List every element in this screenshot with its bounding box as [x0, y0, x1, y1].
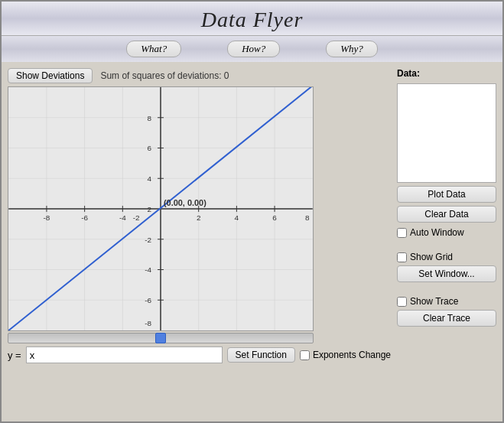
svg-text:-4: -4: [119, 213, 126, 222]
svg-text:6: 6: [272, 213, 277, 222]
app-title: Data Flyer: [2, 8, 502, 32]
graph-svg: -8 -6 -4 -2 2 4 6 8 8 6 4 2 -2 -4 -6 -8: [8, 87, 313, 330]
auto-window-checkbox[interactable]: [397, 228, 407, 238]
svg-text:4: 4: [235, 213, 239, 222]
svg-text:-2: -2: [133, 213, 140, 222]
show-trace-checkbox[interactable]: [397, 297, 407, 307]
svg-text:2: 2: [197, 213, 201, 222]
y-equals-label: y =: [8, 350, 21, 361]
auto-window-row: Auto Window: [397, 227, 496, 238]
svg-text:6: 6: [148, 144, 152, 152]
deviations-bar: Show Deviations Sum of squares of deviat…: [8, 68, 391, 83]
set-function-button[interactable]: Set Function: [227, 347, 295, 363]
function-input[interactable]: [26, 347, 223, 363]
svg-text:-6: -6: [81, 213, 88, 222]
function-bar: y = Set Function Exponents Change: [8, 347, 391, 363]
svg-text:8: 8: [148, 114, 152, 122]
slider-track[interactable]: [8, 333, 314, 343]
left-panel: Show Deviations Sum of squares of deviat…: [8, 68, 391, 363]
exponents-change-label: Exponents Change: [313, 350, 391, 360]
svg-text:(0.00, 0.00): (0.00, 0.00): [164, 198, 206, 207]
clear-data-button[interactable]: Clear Data: [397, 206, 496, 223]
svg-text:8: 8: [305, 213, 310, 222]
exponents-change-checkbox[interactable]: [300, 350, 310, 360]
show-grid-row: Show Grid: [397, 252, 496, 262]
data-textarea[interactable]: [397, 83, 496, 183]
svg-text:2: 2: [148, 205, 152, 213]
show-trace-label: Show Trace: [410, 296, 458, 307]
nav-what-button[interactable]: What?: [126, 41, 181, 57]
nav-how-button[interactable]: How?: [227, 41, 280, 57]
deviations-status: Sum of squares of deviations: 0: [100, 70, 229, 81]
auto-window-label: Auto Window: [410, 227, 464, 238]
svg-text:-4: -4: [145, 265, 151, 274]
svg-text:-2: -2: [145, 236, 151, 244]
slider-thumb[interactable]: [155, 333, 166, 343]
main-content: Show Deviations Sum of squares of deviat…: [2, 62, 502, 366]
svg-text:-8: -8: [145, 319, 151, 327]
exponents-change-area: Exponents Change: [300, 350, 391, 360]
right-panel: Data: Plot Data Clear Data Auto Window S…: [397, 68, 496, 363]
plot-data-button[interactable]: Plot Data: [397, 186, 496, 203]
header: Data Flyer: [2, 2, 502, 36]
graph-area: -8 -6 -4 -2 2 4 6 8 8 6 4 2 -2 -4 -6 -8: [8, 86, 314, 331]
set-window-button[interactable]: Set Window...: [397, 265, 496, 282]
svg-text:4: 4: [148, 174, 152, 183]
show-deviations-button[interactable]: Show Deviations: [8, 68, 93, 83]
slider-container: [8, 333, 314, 343]
svg-text:-8: -8: [44, 213, 50, 222]
show-grid-checkbox[interactable]: [397, 252, 407, 262]
clear-trace-button[interactable]: Clear Trace: [397, 310, 496, 327]
svg-text:-6: -6: [145, 296, 151, 304]
data-label: Data:: [397, 68, 496, 79]
nav-bar: What? How? Why?: [2, 36, 502, 62]
show-trace-row: Show Trace: [397, 296, 496, 307]
nav-why-button[interactable]: Why?: [326, 41, 378, 57]
show-grid-label: Show Grid: [410, 252, 453, 262]
